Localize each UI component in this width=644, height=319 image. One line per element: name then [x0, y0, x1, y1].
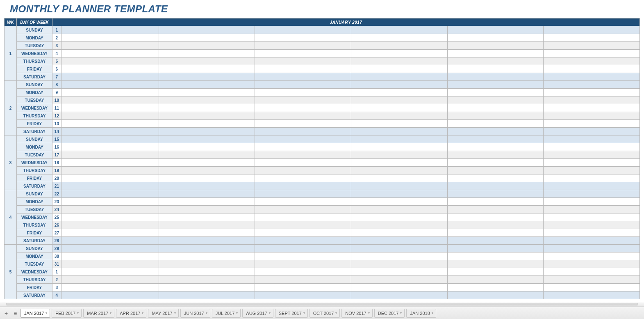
planner-cell[interactable]	[61, 284, 159, 291]
planner-cell[interactable]	[351, 260, 447, 268]
planner-cell[interactable]	[544, 237, 640, 245]
planner-cell[interactable]	[159, 268, 255, 276]
planner-cell[interactable]	[351, 268, 447, 276]
planner-cell[interactable]	[351, 135, 447, 143]
planner-cell[interactable]	[61, 229, 159, 237]
horizontal-scrollbar[interactable]	[0, 302, 644, 307]
planner-cell[interactable]	[255, 112, 351, 120]
planner-cell[interactable]	[159, 151, 255, 159]
planner-cell[interactable]	[61, 159, 159, 167]
chevron-down-icon[interactable]: ▾	[269, 311, 271, 315]
planner-cell[interactable]	[351, 174, 447, 182]
planner-cell[interactable]	[351, 65, 447, 73]
planner-cell[interactable]	[61, 26, 159, 34]
planner-cell[interactable]	[159, 34, 255, 42]
planner-cell[interactable]	[61, 198, 159, 206]
planner-cell[interactable]	[61, 57, 159, 65]
planner-cell[interactable]	[255, 104, 351, 112]
planner-cell[interactable]	[255, 42, 351, 50]
planner-cell[interactable]	[544, 50, 640, 57]
planner-cell[interactable]	[159, 143, 255, 151]
sheet-tab[interactable]: OCT 2017▾	[309, 309, 340, 318]
planner-cell[interactable]	[61, 65, 159, 73]
planner-cell[interactable]	[61, 291, 159, 299]
add-sheet-icon[interactable]: +	[2, 310, 10, 317]
planner-cell[interactable]	[351, 229, 447, 237]
planner-cell[interactable]	[447, 50, 544, 57]
planner-cell[interactable]	[447, 104, 544, 112]
planner-cell[interactable]	[447, 112, 544, 120]
planner-cell[interactable]	[159, 252, 255, 260]
planner-cell[interactable]	[255, 167, 351, 174]
sheet-tab[interactable]: DEC 2017▾	[374, 309, 405, 318]
sheet-tab[interactable]: JAN 2018▾	[406, 309, 436, 318]
planner-cell[interactable]	[255, 284, 351, 291]
chevron-down-icon[interactable]: ▾	[400, 311, 402, 315]
planner-cell[interactable]	[61, 34, 159, 42]
planner-cell[interactable]	[159, 206, 255, 213]
planner-cell[interactable]	[351, 143, 447, 151]
planner-cell[interactable]	[351, 291, 447, 299]
planner-cell[interactable]	[544, 182, 640, 190]
planner-cell[interactable]	[544, 128, 640, 135]
planner-cell[interactable]	[255, 174, 351, 182]
planner-cell[interactable]	[544, 73, 640, 81]
chevron-down-icon[interactable]: ▾	[174, 311, 176, 315]
planner-cell[interactable]	[255, 213, 351, 221]
planner-cell[interactable]	[159, 284, 255, 291]
planner-cell[interactable]	[61, 237, 159, 245]
planner-cell[interactable]	[447, 143, 544, 151]
planner-cell[interactable]	[351, 213, 447, 221]
planner-cell[interactable]	[544, 159, 640, 167]
planner-cell[interactable]	[61, 151, 159, 159]
planner-cell[interactable]	[159, 57, 255, 65]
planner-cell[interactable]	[447, 291, 544, 299]
planner-cell[interactable]	[255, 190, 351, 198]
planner-cell[interactable]	[351, 104, 447, 112]
planner-cell[interactable]	[544, 89, 640, 96]
planner-cell[interactable]	[351, 182, 447, 190]
sheet-tab[interactable]: MAR 2017▾	[83, 309, 114, 318]
planner-cell[interactable]	[544, 81, 640, 89]
planner-cell[interactable]	[159, 128, 255, 135]
planner-cell[interactable]	[255, 73, 351, 81]
planner-cell[interactable]	[255, 198, 351, 206]
planner-cell[interactable]	[255, 245, 351, 252]
planner-cell[interactable]	[61, 182, 159, 190]
chevron-down-icon[interactable]: ▾	[110, 311, 112, 315]
planner-cell[interactable]	[544, 268, 640, 276]
planner-cell[interactable]	[159, 159, 255, 167]
planner-cell[interactable]	[447, 284, 544, 291]
planner-cell[interactable]	[544, 135, 640, 143]
planner-cell[interactable]	[351, 26, 447, 34]
planner-cell[interactable]	[447, 120, 544, 128]
planner-cell[interactable]	[447, 73, 544, 81]
all-sheets-icon[interactable]: ≡	[11, 310, 19, 317]
planner-cell[interactable]	[447, 190, 544, 198]
planner-cell[interactable]	[544, 174, 640, 182]
planner-cell[interactable]	[351, 42, 447, 50]
chevron-down-icon[interactable]: ▾	[236, 311, 238, 315]
planner-cell[interactable]	[255, 135, 351, 143]
planner-cell[interactable]	[447, 34, 544, 42]
planner-cell[interactable]	[159, 73, 255, 81]
planner-cell[interactable]	[159, 81, 255, 89]
planner-cell[interactable]	[351, 112, 447, 120]
planner-cell[interactable]	[351, 245, 447, 252]
sheet-tab[interactable]: APR 2017▾	[116, 309, 146, 318]
planner-cell[interactable]	[544, 245, 640, 252]
planner-cell[interactable]	[351, 252, 447, 260]
planner-cell[interactable]	[159, 96, 255, 104]
planner-cell[interactable]	[61, 112, 159, 120]
chevron-down-icon[interactable]: ▾	[303, 311, 305, 315]
planner-cell[interactable]	[544, 57, 640, 65]
planner-cell[interactable]	[159, 213, 255, 221]
planner-cell[interactable]	[544, 284, 640, 291]
planner-cell[interactable]	[544, 167, 640, 174]
planner-cell[interactable]	[447, 206, 544, 213]
planner-cell[interactable]	[255, 26, 351, 34]
planner-cell[interactable]	[61, 221, 159, 229]
planner-cell[interactable]	[159, 276, 255, 284]
planner-cell[interactable]	[61, 120, 159, 128]
planner-cell[interactable]	[61, 73, 159, 81]
